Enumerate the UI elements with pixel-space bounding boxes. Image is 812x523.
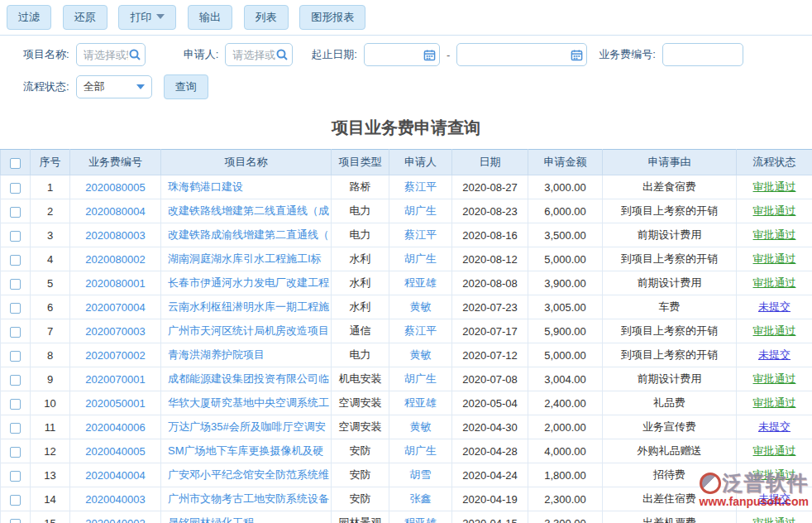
status-link[interactable]: 审批通过	[753, 396, 796, 409]
reset-button[interactable]: 还原	[63, 5, 107, 30]
row-checkbox[interactable]	[10, 207, 21, 218]
applicant-link[interactable]: 黄敏	[410, 420, 432, 433]
project-name-link[interactable]: 广州市文物考古工地安防系统设备	[168, 492, 329, 505]
applicant-link[interactable]: 胡广生	[404, 204, 437, 217]
project-name-link[interactable]: 改建铁路线增建第二线直通线（成	[168, 204, 329, 217]
row-checkbox[interactable]	[10, 183, 21, 194]
applicant-link[interactable]: 黄敏	[410, 348, 432, 361]
applicant-link[interactable]: 蔡江平	[404, 180, 437, 193]
row-checkbox[interactable]	[10, 423, 21, 434]
fee-no-link[interactable]: 2020040005	[85, 445, 145, 458]
project-type: 园林景观	[332, 511, 389, 523]
list-view-button[interactable]: 列表	[244, 5, 289, 30]
applicant-link[interactable]: 胡广生	[404, 444, 437, 457]
project-name-link[interactable]: 广安邓小平纪念馆安全防范系统维	[168, 468, 329, 481]
export-button[interactable]: 输出	[188, 5, 232, 30]
fee-no-link[interactable]: 2020040003	[85, 493, 145, 506]
fee-no-link[interactable]: 2020080005	[85, 181, 145, 194]
status-link[interactable]: 审批通过	[753, 204, 796, 217]
row-checkbox[interactable]	[10, 255, 21, 266]
fee-no-link[interactable]: 2020070001	[85, 373, 145, 386]
applicant-input[interactable]	[232, 49, 275, 61]
status-link[interactable]: 审批通过	[753, 180, 796, 193]
row-checkbox[interactable]	[10, 327, 21, 338]
row-checkbox[interactable]	[10, 495, 21, 506]
project-name-link[interactable]: 成都能源建设集团投资有限公司临	[168, 372, 329, 385]
status-link[interactable]: 审批通过	[753, 252, 796, 265]
date-value: 2020-08-23	[452, 199, 528, 223]
applicant-link[interactable]: 程亚雄	[404, 276, 437, 289]
header-project-type: 项目类型	[332, 150, 389, 175]
fee-no-link[interactable]: 2020040004	[85, 469, 145, 482]
fee-no-link[interactable]: 2020040006	[85, 421, 145, 434]
fee-no-link[interactable]: 2020070003	[85, 325, 145, 338]
print-button[interactable]: 打印	[118, 5, 176, 30]
project-name-link[interactable]: 万达广场35#会所及咖啡厅空调安	[168, 420, 326, 433]
fee-no-link[interactable]: 2020050001	[85, 397, 145, 410]
row-checkbox[interactable]	[10, 279, 21, 290]
select-all-checkbox[interactable]	[10, 158, 21, 169]
status-link[interactable]: 未提交	[758, 300, 791, 313]
applicant-link[interactable]: 胡广生	[404, 372, 437, 385]
status-link[interactable]: 审批通过	[753, 468, 796, 481]
project-name-input[interactable]	[84, 49, 128, 61]
row-checkbox[interactable]	[10, 519, 21, 523]
fee-no-link[interactable]: 2020070002	[85, 349, 145, 362]
project-name-link[interactable]: 珠海鹤港口建设	[168, 180, 243, 193]
status-link[interactable]: 审批通过	[753, 324, 796, 337]
project-name-link[interactable]: 华软大厦研究基地中央空调系统工	[168, 396, 329, 409]
project-name-label: 项目名称:	[23, 47, 69, 62]
applicant-link[interactable]: 胡雪	[410, 468, 432, 481]
project-name-link[interactable]: 青海洪湖养护院项目	[168, 348, 265, 361]
calendar-icon[interactable]	[571, 49, 583, 61]
fee-no-link[interactable]: 2020080002	[85, 253, 145, 266]
flow-status-select[interactable]: 全部	[76, 75, 152, 98]
project-name-link[interactable]: 云南水利枢纽潜明水库一期工程施	[168, 300, 329, 313]
row-checkbox[interactable]	[10, 399, 21, 410]
search-icon[interactable]	[275, 48, 289, 61]
filter-button[interactable]: 过滤	[7, 5, 51, 30]
status-link[interactable]: 审批通过	[753, 228, 796, 241]
status-link[interactable]: 未提交	[758, 348, 791, 361]
status-link[interactable]: 审批通过	[753, 444, 796, 457]
project-name-link[interactable]: 长春市伊通河水力发电厂改建工程	[168, 276, 329, 289]
query-button[interactable]: 查询	[164, 74, 208, 99]
row-checkbox[interactable]	[10, 375, 21, 386]
fee-no-link[interactable]: 2020080003	[85, 229, 145, 242]
project-name-link[interactable]: 广州市天河区统计局机房改造项目	[168, 324, 329, 337]
status-link[interactable]: 审批通过	[753, 276, 796, 289]
applicant-link[interactable]: 胡广生	[404, 252, 437, 265]
applicant-link[interactable]: 张鑫	[410, 492, 432, 505]
row-checkbox[interactable]	[10, 231, 21, 242]
project-name-link[interactable]: SM广场地下车库更换摄像机及硬	[168, 444, 324, 457]
applicant-link[interactable]: 程亚雄	[404, 396, 437, 409]
applicant-link[interactable]: 蔡江平	[404, 324, 437, 337]
project-name-link[interactable]: 晟铭园林绿化工程	[168, 516, 254, 523]
header-seq: 序号	[31, 150, 70, 175]
applicant-link[interactable]: 程亚雄	[404, 516, 437, 523]
project-name-link[interactable]: 改建铁路成渝线增建第二直通线（	[168, 228, 329, 241]
calendar-icon[interactable]	[423, 49, 436, 61]
applicant-link[interactable]: 黄敏	[410, 300, 432, 313]
project-name-link[interactable]: 湖南洞庭湖水库引水工程施工I标	[168, 252, 322, 265]
date-end-input[interactable]	[464, 49, 571, 61]
status-link[interactable]: 未提交	[758, 420, 791, 433]
date-value: 2020-07-12	[452, 343, 528, 367]
row-checkbox[interactable]	[10, 447, 21, 458]
graph-report-button[interactable]: 图形报表	[299, 5, 365, 30]
search-icon[interactable]	[128, 48, 141, 61]
fee-no-link[interactable]: 2020080004	[85, 205, 145, 218]
amount-value: 5,900.00	[528, 319, 603, 343]
fee-no-link[interactable]: 2020040002	[85, 517, 145, 523]
fee-no-link[interactable]: 2020080001	[85, 277, 145, 290]
date-start-input[interactable]	[371, 49, 423, 61]
row-checkbox[interactable]	[10, 471, 21, 482]
fee-no-link[interactable]: 2020070004	[85, 301, 145, 314]
status-link[interactable]: 审批通过	[753, 372, 796, 385]
status-link[interactable]: 未提交	[758, 492, 791, 505]
fee-no-input[interactable]	[670, 49, 739, 61]
row-checkbox[interactable]	[10, 351, 21, 362]
status-link[interactable]: 审批通过	[753, 516, 796, 523]
row-checkbox[interactable]	[10, 303, 21, 314]
applicant-link[interactable]: 蔡江平	[404, 228, 437, 241]
